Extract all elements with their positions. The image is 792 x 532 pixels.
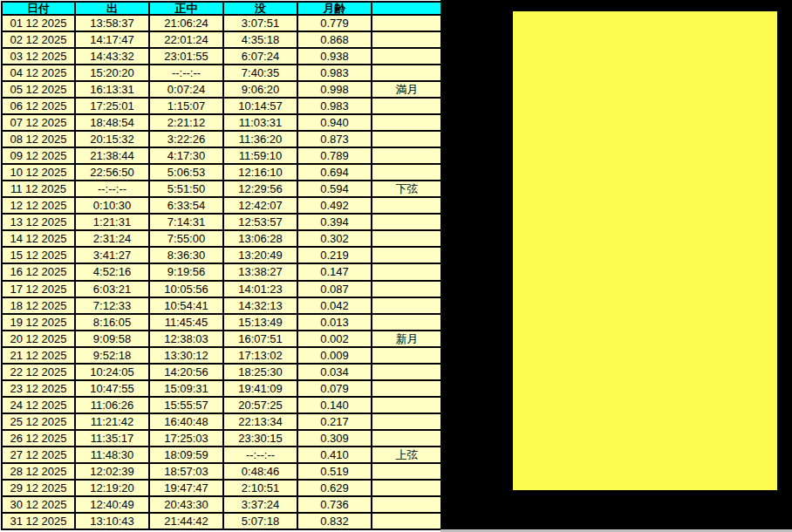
cell-phase — [372, 197, 442, 214]
cell-transit: 17:25:03 — [149, 430, 223, 447]
cell-rise: 6:03:21 — [75, 281, 149, 297]
cell-transit: 7:14:31 — [149, 214, 223, 230]
cell-age: 0.302 — [297, 230, 372, 247]
cell-transit: 7:55:00 — [149, 230, 223, 247]
cell-date: 01 12 2025 — [2, 15, 75, 31]
cell-date: 15 12 2025 — [2, 247, 75, 263]
cell-set: 9:06:20 — [223, 81, 297, 98]
cell-age: 0.983 — [297, 65, 372, 81]
cell-rise: 16:13:31 — [75, 81, 149, 98]
cell-phase — [372, 114, 442, 131]
cell-age: 0.983 — [297, 98, 372, 114]
cell-phase: 新月 — [372, 331, 442, 347]
table-row: 02 12 202514:17:4722:01:244:35:180.868 — [2, 31, 442, 48]
cell-age: 0.519 — [297, 463, 372, 480]
cell-phase — [372, 230, 442, 247]
cell-date: 26 12 2025 — [2, 430, 75, 447]
cell-set: 10:14:57 — [223, 98, 297, 114]
cell-phase — [372, 380, 442, 397]
table-row: 12 12 20250:10:306:33:5412:42:070.492 — [2, 197, 442, 214]
col-header-transit: 正中 — [149, 2, 223, 15]
cell-date: 28 12 2025 — [2, 463, 75, 480]
ephemeris-panel: 日付 出 正中 没 月齢 01 12 202513:58:3721:06:243… — [0, 0, 443, 532]
cell-age: 0.140 — [297, 397, 372, 413]
cell-rise: 9:52:18 — [75, 347, 149, 364]
cell-phase — [372, 147, 442, 164]
table-row: 05 12 202516:13:310:07:249:06:200.998満月 — [2, 81, 442, 98]
cell-transit: 14:20:56 — [149, 364, 223, 380]
cell-set: 14:01:23 — [223, 281, 297, 297]
cell-transit: 23:01:55 — [149, 48, 223, 65]
cell-age: 0.779 — [297, 15, 372, 31]
cell-age: 0.217 — [297, 413, 372, 430]
cell-age: 0.594 — [297, 181, 372, 197]
cell-transit: 5:51:50 — [149, 181, 223, 197]
cell-phase — [372, 48, 442, 65]
cell-set: 12:53:57 — [223, 214, 297, 230]
cell-phase — [372, 164, 442, 181]
cell-set: 11:36:20 — [223, 131, 297, 147]
col-header-date: 日付 — [2, 2, 75, 15]
cell-transit: 2:21:12 — [149, 114, 223, 131]
cell-transit: 10:54:41 — [149, 297, 223, 314]
table-row: 24 12 202511:06:2615:55:5720:57:250.140 — [2, 397, 442, 413]
table-row: 13 12 20251:21:317:14:3112:53:570.394 — [2, 214, 442, 230]
moon-calendar-app: 日付 出 正中 没 月齢 01 12 202513:58:3721:06:243… — [0, 0, 792, 532]
table-row: 03 12 202514:43:3223:01:556:07:240.938 — [2, 48, 442, 65]
table-row: 28 12 202512:02:3918:57:030:48:460.519 — [2, 463, 442, 480]
cell-phase — [372, 480, 442, 496]
cell-date: 16 12 2025 — [2, 263, 75, 280]
cell-set: 3:07:51 — [223, 15, 297, 31]
cell-transit: 1:15:07 — [149, 98, 223, 114]
cell-transit: 0:07:24 — [149, 81, 223, 98]
cell-rise: 18:48:54 — [75, 114, 149, 131]
cell-phase — [372, 496, 442, 513]
cell-transit: 4:17:30 — [149, 147, 223, 164]
table-row: 04 12 202515:20:20--:--:--7:40:350.983 — [2, 65, 442, 81]
cell-age: 0.079 — [297, 380, 372, 397]
cell-set: 7:40:35 — [223, 65, 297, 81]
cell-rise: 0:10:30 — [75, 197, 149, 214]
table-row: 16 12 20254:52:169:19:5613:38:270.147 — [2, 263, 442, 280]
cell-date: 11 12 2025 — [2, 181, 75, 197]
cell-transit: --:--:-- — [149, 65, 223, 81]
cell-set: 13:38:27 — [223, 263, 297, 280]
cell-phase — [372, 214, 442, 230]
cell-rise: 20:15:32 — [75, 131, 149, 147]
cell-set: 15:13:49 — [223, 314, 297, 331]
table-row: 20 12 20259:09:5812:38:0316:07:510.002新月 — [2, 331, 442, 347]
col-header-rise: 出 — [75, 2, 149, 15]
cell-set: 13:20:49 — [223, 247, 297, 263]
cell-rise: 12:02:39 — [75, 463, 149, 480]
cell-rise: 3:41:27 — [75, 247, 149, 263]
table-row: 23 12 202510:47:5515:09:3119:41:090.079 — [2, 380, 442, 397]
cell-transit: 16:40:48 — [149, 413, 223, 430]
cell-phase — [372, 263, 442, 280]
cell-phase: 下弦 — [372, 181, 442, 197]
cell-phase — [372, 397, 442, 413]
cell-date: 27 12 2025 — [2, 447, 75, 463]
cell-set: 12:29:56 — [223, 181, 297, 197]
cell-set: 20:57:25 — [223, 397, 297, 413]
table-row: 09 12 202521:38:444:17:3011:59:100.789 — [2, 147, 442, 164]
cell-rise: 4:52:16 — [75, 263, 149, 280]
table-row: 19 12 20258:16:0511:45:4515:13:490.013 — [2, 314, 442, 331]
cell-date: 17 12 2025 — [2, 281, 75, 297]
table-row: 18 12 20257:12:3310:54:4114:32:130.042 — [2, 297, 442, 314]
cell-transit: 6:33:54 — [149, 197, 223, 214]
cell-date: 02 12 2025 — [2, 31, 75, 48]
cell-transit: 18:57:03 — [149, 463, 223, 480]
cell-age: 0.034 — [297, 364, 372, 380]
cell-transit: 15:09:31 — [149, 380, 223, 397]
cell-date: 05 12 2025 — [2, 81, 75, 98]
table-row: 15 12 20253:41:278:36:3013:20:490.219 — [2, 247, 442, 263]
cell-phase — [372, 364, 442, 380]
cell-set: 13:06:28 — [223, 230, 297, 247]
table-row: 30 12 202512:40:4920:43:303:37:240.736 — [2, 496, 442, 513]
cell-age: 0.694 — [297, 164, 372, 181]
cell-phase: 満月 — [372, 81, 442, 98]
cell-date: 21 12 2025 — [2, 347, 75, 364]
table-row: 07 12 202518:48:542:21:1211:03:310.940 — [2, 114, 442, 131]
cell-age: 0.013 — [297, 314, 372, 331]
cell-rise: 8:16:05 — [75, 314, 149, 331]
